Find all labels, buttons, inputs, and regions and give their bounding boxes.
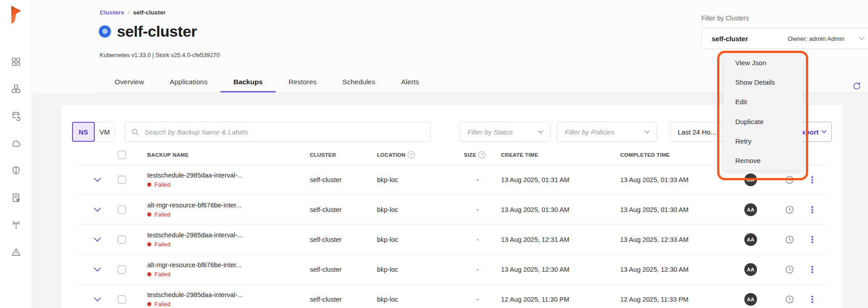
row-checkbox[interactable] — [118, 265, 126, 274]
backup-name-link[interactable]: alt-mgr-resource-bf676be-inter... — [147, 261, 295, 269]
tab-backups[interactable]: Backups — [233, 78, 263, 91]
owner-avatar: AA — [744, 233, 757, 246]
clusters-icon[interactable] — [11, 84, 21, 94]
row-expand-chevron-icon[interactable] — [94, 297, 101, 302]
schedule-clock-icon — [785, 265, 795, 274]
row-actions-kebab[interactable] — [809, 266, 816, 273]
menu-item-remove[interactable]: Remove — [723, 151, 803, 170]
breadcrumb-separator: / — [128, 9, 130, 16]
activity-antenna-icon[interactable] — [11, 220, 21, 230]
dashboard-icon[interactable] — [11, 57, 21, 67]
status-dot — [147, 183, 151, 187]
location-cell: bkp-loc — [362, 236, 449, 243]
backup-search — [125, 122, 431, 142]
alerts-warning-icon[interactable] — [11, 247, 21, 257]
row-actions-kebab[interactable] — [809, 206, 816, 213]
cluster-version-subtitle: Kubernetes v1.33.0 | Stork v25.4.0-cfe53… — [100, 52, 220, 58]
menu-item-view-json[interactable]: View Json — [723, 53, 803, 72]
breadcrumb-current: self-cluster — [133, 9, 166, 16]
row-expand-chevron-icon[interactable] — [94, 207, 101, 212]
status-label: Failed — [154, 241, 170, 248]
backup-name-link[interactable]: testschedule-2985daa-interval-... — [147, 291, 295, 298]
completed-time-cell: 13 Aug 2025, 12:33 AM — [606, 236, 722, 243]
create-time-cell: 13 Aug 2025, 12:30 AM — [487, 266, 606, 273]
table-row: alt-mgr-resource-bf676be-inter...Failed … — [61, 255, 843, 284]
refresh-icon[interactable] — [852, 81, 862, 91]
size-cell: - — [449, 176, 487, 183]
create-time-cell: 13 Aug 2025, 01:30 AM — [487, 206, 606, 213]
status-label: Failed — [154, 271, 170, 278]
ns-vm-toggle: NS VM — [72, 122, 116, 142]
kubernetes-icon: ☸ — [99, 25, 111, 38]
tab-alerts[interactable]: Alerts — [401, 78, 419, 91]
cloud-icon[interactable] — [11, 138, 21, 149]
menu-item-retry[interactable]: Retry — [723, 131, 803, 151]
col-backup-name: BACKUP NAME — [135, 152, 295, 158]
location-cell: bkp-loc — [362, 296, 449, 303]
table-row: testschedule-2985daa-interval-...Failed … — [61, 225, 843, 255]
security-shield-icon[interactable] — [11, 165, 21, 176]
cluster-filter-dropdown[interactable]: self-cluster Owner: admin Admin — [701, 28, 868, 49]
tab-applications[interactable]: Applications — [170, 78, 208, 91]
backup-name-link[interactable]: testschedule-2985daa-interval-... — [147, 172, 295, 179]
filter-by-policies-select[interactable]: Filter by Policies — [557, 122, 657, 142]
backups-icon[interactable] — [11, 111, 21, 121]
select-all-checkbox[interactable] — [118, 151, 126, 159]
col-completed-time: COMPLETED TIME — [606, 152, 722, 158]
location-cell: bkp-loc — [362, 206, 449, 213]
tab-schedules[interactable]: Schedules — [342, 78, 375, 91]
tab-bar: Overview Applications Backups Restores S… — [115, 78, 419, 91]
help-icon[interactable]: ? — [408, 151, 415, 159]
row-checkbox[interactable] — [118, 236, 126, 244]
row-expand-chevron-icon[interactable] — [94, 237, 101, 242]
status-dot — [147, 212, 151, 217]
row-actions-kebab[interactable] — [809, 296, 816, 303]
toggle-vm[interactable]: VM — [94, 122, 115, 141]
status-dot — [147, 272, 151, 276]
cluster-cell: self-cluster — [295, 176, 362, 183]
status-dot — [147, 242, 151, 246]
backup-name-link[interactable]: alt-mgr-resource-bf676be-inter... — [147, 202, 295, 209]
status-dot — [147, 302, 151, 306]
row-checkbox[interactable] — [118, 176, 126, 184]
col-cluster: CLUSTER — [295, 152, 362, 158]
time-range-value: Last 24 Ho... — [678, 128, 716, 136]
jobs-icon[interactable] — [11, 192, 21, 203]
status-badge: Failed — [147, 211, 295, 218]
help-icon[interactable]: ? — [478, 151, 486, 159]
completed-time-cell: 12 Aug 2025, 11:33 PM — [606, 296, 722, 303]
schedule-clock-icon — [785, 205, 795, 215]
row-checkbox[interactable] — [118, 295, 126, 303]
breadcrumb-clusters-link[interactable]: Clusters — [100, 9, 124, 16]
col-location: LOCATION? — [362, 151, 449, 159]
cluster-cell: self-cluster — [295, 206, 362, 213]
tab-overview[interactable]: Overview — [115, 78, 144, 91]
search-icon — [131, 128, 139, 136]
sidebar — [0, 0, 32, 308]
menu-item-show-details[interactable]: Show Details — [723, 72, 803, 92]
schedule-clock-icon — [785, 175, 795, 185]
toggle-ns[interactable]: NS — [72, 122, 95, 142]
menu-item-edit[interactable]: Edit — [723, 92, 803, 111]
col-create-time: CREATE TIME — [487, 152, 606, 158]
row-actions-kebab[interactable] — [809, 236, 816, 243]
row-expand-chevron-icon[interactable] — [94, 178, 101, 182]
search-input[interactable] — [144, 128, 430, 136]
status-badge: Failed — [147, 301, 295, 308]
status-label: Failed — [154, 181, 170, 188]
row-actions-kebab[interactable] — [809, 176, 816, 183]
completed-time-cell: 13 Aug 2025, 01:33 AM — [606, 176, 722, 183]
breadcrumb: Clusters / self-cluster — [100, 9, 166, 16]
filter-by-status-select[interactable]: Filter by Status — [460, 122, 550, 142]
page-title: self-cluster — [117, 23, 197, 40]
filter-by-policies-placeholder: Filter by Policies — [565, 128, 614, 136]
cluster-filter-owner: Owner: admin Admin — [788, 35, 844, 42]
create-time-cell: 13 Aug 2025, 01:31 AM — [487, 176, 606, 183]
row-checkbox[interactable] — [118, 206, 126, 214]
location-cell: bkp-loc — [362, 176, 449, 183]
row-expand-chevron-icon[interactable] — [94, 267, 101, 272]
backup-name-link[interactable]: testschedule-2985daa-interval-... — [147, 231, 295, 239]
tab-restores[interactable]: Restores — [289, 78, 317, 91]
cluster-filter-value: self-cluster — [712, 35, 748, 43]
menu-item-duplicate[interactable]: Duplicate — [723, 112, 803, 131]
